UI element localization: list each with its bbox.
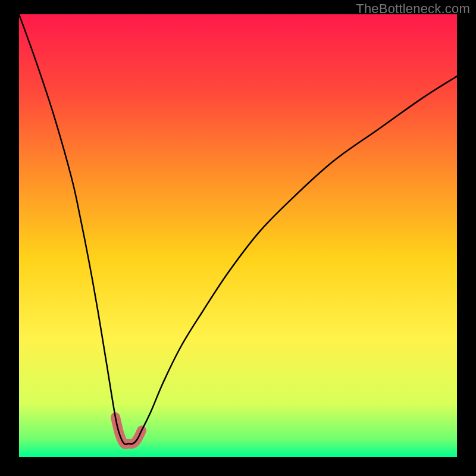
chart-plot-area — [19, 14, 457, 457]
chart-svg — [19, 14, 457, 457]
gradient-background — [19, 14, 457, 457]
chart-stage: TheBottleneck.com — [0, 0, 476, 476]
